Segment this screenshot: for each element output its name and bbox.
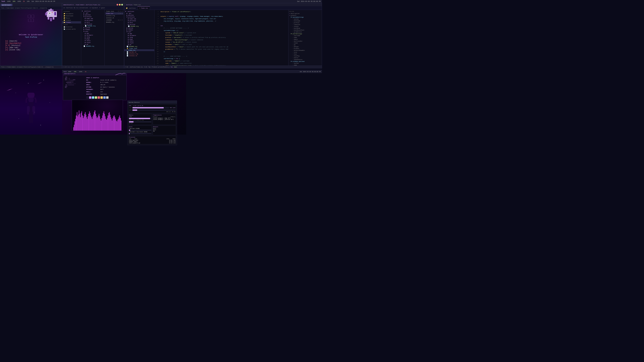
editor-sidebar[interactable]: ▼ .dotfiles ▶ .git ▶ patches ▼ profiles … — [124, 10, 154, 65]
file-row-install-sh[interactable]: install.sh — [105, 17, 123, 19]
fm-tree-dotfiles[interactable]: ▼ .dotfiles — [81, 10, 104, 12]
editor-tree-readme2[interactable]: 📄 README.org — [124, 45, 154, 47]
fm-window-controls[interactable] — [116, 4, 123, 5]
editor-tree-lang[interactable]: ▶ lang — [124, 36, 154, 38]
fm-sidebar-themes[interactable]: 📁 Themes — [62, 21, 81, 23]
editor-tree-readme[interactable]: 📄 README.org — [124, 25, 154, 27]
editor-tree-themes[interactable]: ▶ themes — [124, 29, 154, 31]
outline-editor[interactable]: · editor — [288, 57, 322, 59]
outline-system[interactable]: · system — [288, 18, 322, 20]
outline-theme[interactable]: · theme — [288, 42, 322, 44]
outline-outputs[interactable]: ▸ outputs — [288, 14, 322, 16]
fm-sidebar-octave[interactable]: 💾 octave-works — [62, 28, 81, 30]
fm-tree-lang[interactable]: ▶ lang — [81, 36, 104, 38]
fm-tree-shell[interactable]: ▶ shell — [81, 40, 104, 41]
editor-tab-flake[interactable]: ⚡ flake.nix — [138, 6, 150, 10]
editor-tree-shell[interactable]: ▶ shell — [124, 40, 154, 42]
fm-tree-personal[interactable]: ▶ personal — [81, 19, 104, 21]
outline-dotfilesdir[interactable]: · dotfilesDir — [288, 40, 322, 42]
fm-maximize-button[interactable] — [121, 4, 123, 5]
outline-wmtype[interactable]: · wmType — [288, 46, 322, 48]
editor-tree-profiles[interactable]: ▼ profiles — [124, 16, 154, 18]
outline-np-name[interactable]: · name — [288, 64, 322, 65]
outline-spawneditor[interactable]: · spawnEditor — [288, 59, 322, 60]
fm-tree-pkgs[interactable]: ▶ pkgs — [81, 38, 104, 40]
editor-tree-patches[interactable]: ▶ patches — [124, 14, 154, 16]
file-row-flake-nix[interactable]: flake.nix 2.26 K — [105, 12, 123, 14]
editor-tree-git[interactable]: ▶ .git — [124, 12, 154, 14]
fm-tree-homelab[interactable]: ▶ home lab — [81, 17, 104, 19]
editor-tree-personal[interactable]: ▶ personal — [124, 20, 154, 22]
outline-wm[interactable]: · wm — [288, 44, 322, 46]
fm-sidebar-downloads[interactable]: 📁 Downloads — [62, 15, 81, 17]
fm-tree-worklab[interactable]: ▶ worklab — [81, 23, 104, 25]
outline-defaultroamdir[interactable]: · defaultRoamDir — [288, 49, 322, 51]
fm-sidebar-music[interactable]: 📁 Music — [62, 17, 81, 19]
editor-tree-pkgs[interactable]: ▶ pkgs — [124, 38, 154, 40]
outline-username[interactable]: · username — [288, 35, 322, 36]
editor-tree-flake-lock[interactable]: 🔒 flake.lock — [124, 47, 154, 49]
fm-tree-hardware[interactable]: ▶ hardware — [81, 34, 104, 36]
outline-fontpkg[interactable]: · fontPkg — [288, 55, 322, 57]
outline-np-system[interactable]: · system — [288, 62, 322, 64]
editor-tab-dotfiles[interactable]: 📁 .dotfiles — [124, 6, 138, 10]
outline-hostname[interactable]: · hostname — [288, 20, 322, 22]
file-row-install-org[interactable]: install.org — [105, 14, 123, 17]
editor-tree-work[interactable]: ▶ work — [124, 22, 154, 23]
fm-tree-system[interactable]: ▶ system — [81, 27, 104, 29]
outline-bootmode[interactable]: · bootMode — [288, 27, 322, 29]
file-row-license[interactable]: LICENSE 34.2 K — [105, 19, 123, 21]
fm-sidebar-documents[interactable]: 📁 Documents — [62, 12, 81, 15]
editor-tree-hardware[interactable]: ▶ hardware — [124, 34, 154, 36]
qb-link-search[interactable]: [o] [Search] — [5, 40, 57, 42]
outline-locale[interactable]: · locale — [288, 25, 322, 27]
qb-link-quickmarks[interactable]: [b] [Quickmarks] — [5, 42, 57, 44]
outline-font[interactable]: · font — [288, 53, 322, 55]
fm-tree-wm[interactable]: ▶ wm — [81, 43, 104, 45]
fm-tree-app[interactable]: ▶ app — [81, 32, 104, 34]
fm-minimize-button[interactable] — [119, 4, 120, 5]
fm-tree-work[interactable]: ▶ work — [81, 21, 104, 23]
fm-tree-themes[interactable]: ▶ themes — [81, 29, 104, 30]
editor-tree-app[interactable]: ▶ app — [124, 33, 154, 34]
outline-email[interactable]: · email — [288, 38, 322, 40]
editor-tree-homelab[interactable]: ▶ home lab — [124, 18, 154, 20]
qb-link-closetab[interactable]: [x] [Close tab] — [5, 49, 57, 51]
fm-tree-profiles[interactable]: ▼ profiles — [81, 16, 104, 17]
qb-link-history[interactable]: [S h] [History] — [5, 44, 57, 46]
editor-tabs[interactable]: 📁 .dotfiles ⚡ flake.nix — [124, 6, 322, 10]
editor-tree-install-sh[interactable]: 📄 install.sh — [124, 55, 154, 57]
file-row-flake-lock[interactable]: flake.lock 27.5 K — [105, 10, 123, 12]
code-content[interactable]: description = "Flake of LibrePhoenix"; o… — [160, 10, 288, 65]
outline-grubdevice[interactable]: · grubDevice — [288, 31, 322, 33]
editor-tree-dotfiles[interactable]: ▼ .dotfiles — [124, 10, 154, 12]
outline-systemsettings[interactable]: ▼ systemSettings — [288, 16, 322, 18]
fm-sidebar-videos[interactable]: 📁 Videos — [62, 19, 81, 21]
fm-tree-style[interactable]: ▶ style — [81, 41, 104, 43]
outline-nixpkgs-patched[interactable]: ▼ nixpkgs-patched — [288, 60, 322, 62]
editor-code-area[interactable]: 12 34 56 78 910 1112 1314 1516 1718 1920… — [154, 10, 288, 65]
editor-tree-flake-nix[interactable]: ⚡ flake.nix — [124, 49, 154, 51]
fm-close-button[interactable] — [116, 4, 118, 5]
fm-tree-readme[interactable]: 📄 README.org — [81, 45, 104, 47]
outline-bootmountpath[interactable]: · bootMountPath — [288, 29, 322, 31]
outline-description[interactable]: ▸ description — [288, 12, 322, 14]
outline-timezone[interactable]: · timezone — [288, 24, 322, 25]
outline-profile[interactable]: · profile — [288, 22, 322, 24]
editor-tree-system[interactable]: ▶ system — [124, 27, 154, 29]
outline-name[interactable]: · name — [288, 36, 322, 38]
editor-tree-harden[interactable]: 📄 harden.sh — [124, 51, 154, 53]
editor-tree-style[interactable]: ▶ style — [124, 42, 154, 44]
outline-term[interactable]: · term — [288, 51, 322, 53]
fm-tree-git[interactable]: ▶ .git — [81, 12, 104, 14]
outline-usersettings[interactable]: ▼ userSettings — [288, 33, 322, 35]
fm-sidebar[interactable]: Bookmarks 📁 Documents 📁 Downloads 📁 Musi… — [62, 9, 81, 65]
fm-tree-patches[interactable]: ▶ patches — [81, 14, 104, 16]
outline-browser[interactable]: · browser — [288, 48, 322, 49]
fm-sidebar-external[interactable]: 💾 External — [62, 26, 81, 28]
qb-link-newtab[interactable]: [t] [New tab] — [5, 47, 57, 49]
qb-tab-bar[interactable]: Qutebrowser — [0, 3, 62, 6]
editor-tree-wm[interactable]: ▶ wm — [124, 44, 154, 45]
fm-tree[interactable]: ▼ .dotfiles ▶ .git ▶ patches ▼ profiles … — [81, 9, 105, 65]
fm-tree-user[interactable]: ▼ user — [81, 30, 104, 32]
